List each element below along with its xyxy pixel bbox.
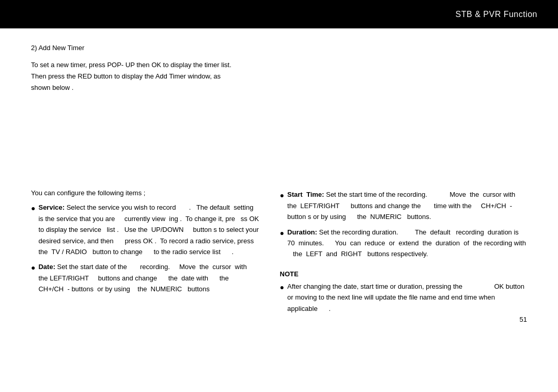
bullet-dot-service: ● <box>31 202 35 214</box>
date-label: Date: <box>38 263 55 271</box>
timer-window-image <box>31 101 527 181</box>
service-text: Service: Select the service you wish to … <box>38 202 259 257</box>
bullet-dot-note: ● <box>280 281 284 293</box>
starttime-text: Start Time: Set the start time of the re… <box>287 189 527 222</box>
bullet-dot-starttime: ● <box>280 190 284 201</box>
right-bullets: ● Start Time: Set the start time of the … <box>280 189 527 260</box>
note-section: NOTE ● After changing the date, start ti… <box>280 270 527 314</box>
starttime-bullet: ● Start Time: Set the start time of the … <box>280 189 527 222</box>
intro-paragraph: To set a new timer, press POP- UP then O… <box>31 59 527 93</box>
left-bullets: ● Service: Select the service you wish t… <box>31 202 259 295</box>
duration-bullet: ● Duration: Set the recording duration. … <box>280 227 527 260</box>
two-column-layout: You can configure the following items ; … <box>31 189 527 318</box>
intro-line3: shown below . <box>31 84 73 91</box>
intro-line1: To set a new timer, press POP- UP then O… <box>31 61 231 69</box>
date-bullet: ● Date: Set the start date of the record… <box>31 261 259 294</box>
bullet-dot-date: ● <box>31 262 35 274</box>
page-content: 2) Add New Timer To set a new timer, pre… <box>0 28 558 334</box>
page-number: 51 <box>520 316 527 323</box>
bullet-dot-duration: ● <box>280 227 284 239</box>
section-title: 2) Add New Timer <box>31 44 527 52</box>
duration-text: Duration: Set the recording duration. Th… <box>287 227 527 260</box>
intro-line2: Then press the RED button to display the… <box>31 72 221 80</box>
left-column: You can configure the following items ; … <box>31 189 259 318</box>
date-text: Date: Set the start date of the recordin… <box>38 261 259 294</box>
page-header: STB & PVR Function <box>0 0 558 28</box>
starttime-label: Start Time: <box>287 191 324 198</box>
note-label: NOTE <box>280 270 527 278</box>
right-column: ● Start Time: Set the start time of the … <box>280 189 527 318</box>
service-bullet: ● Service: Select the service you wish t… <box>31 202 259 257</box>
duration-label: Duration: <box>287 228 317 236</box>
service-label: Service: <box>38 203 65 211</box>
header-title: STB & PVR Function <box>456 10 537 19</box>
note-bullet: ● After changing the date, start time or… <box>280 281 527 314</box>
note-text: After changing the date, start time or d… <box>287 281 527 314</box>
config-header: You can configure the following items ; <box>31 189 259 197</box>
